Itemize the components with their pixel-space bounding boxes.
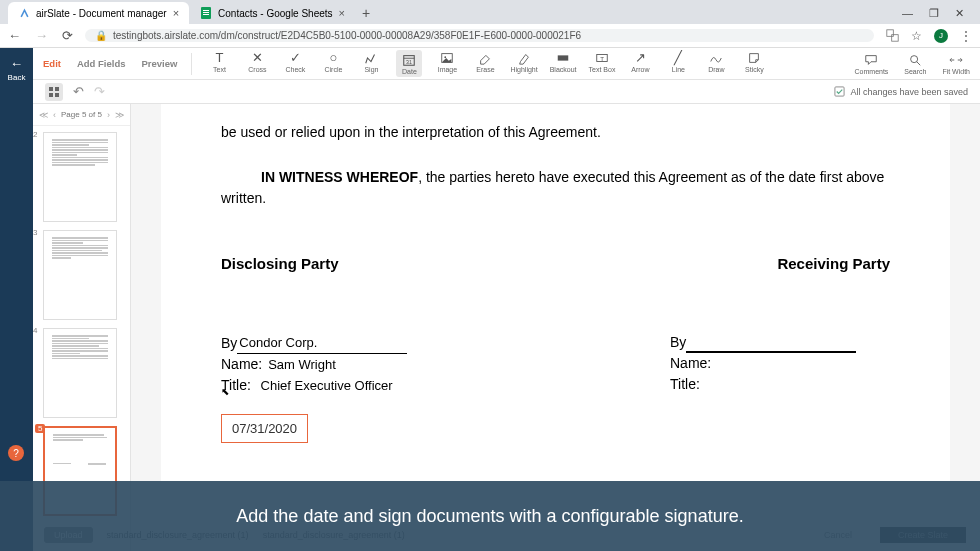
back-column[interactable]: ← Back <box>0 48 33 551</box>
sign-icon <box>364 50 379 65</box>
tool-textbox[interactable]: TText Box <box>589 50 616 77</box>
tool-text[interactable]: TText <box>206 50 232 77</box>
tool-line[interactable]: ╱Line <box>665 50 691 77</box>
tab-add-fields[interactable]: Add Fields <box>77 58 126 69</box>
disclosing-header: Disclosing Party <box>221 253 339 276</box>
page-label: Page 5 of 5 <box>61 110 102 119</box>
mode-tabs: Edit Add Fields Preview <box>43 58 177 69</box>
tab-bar: airSlate - Document manager × Contacts -… <box>0 0 980 24</box>
browser-tab-sheets[interactable]: Contacts - Google Sheets × <box>190 2 355 24</box>
thumbnails-toggle[interactable] <box>45 83 63 101</box>
text-icon: T <box>212 50 227 65</box>
svg-rect-5 <box>892 35 899 42</box>
tool-erase[interactable]: Erase <box>472 50 498 77</box>
disclosing-name-value[interactable]: Sam Wright <box>266 357 336 372</box>
menu-icon[interactable]: ⋮ <box>960 29 972 43</box>
thumbnail-page-2[interactable]: 2 <box>43 132 120 222</box>
cursor-icon: ⬉ <box>221 384 229 399</box>
page-nav: ≪ ‹ Page 5 of 5 › ≫ <box>33 104 130 126</box>
tool-fitwidth[interactable]: Fit Width <box>942 52 970 75</box>
close-window-button[interactable]: ✕ <box>955 7 964 20</box>
tool-date[interactable]: 31Date <box>396 50 422 77</box>
erase-icon <box>478 50 493 65</box>
profile-avatar[interactable]: J <box>934 29 948 43</box>
witness-bold: IN WITNESS WHEREOF <box>261 169 418 185</box>
svg-rect-1 <box>203 10 209 11</box>
tab-edit[interactable]: Edit <box>43 58 61 69</box>
editor-toolbar: Edit Add Fields Preview TText ✕Cross ✓Ch… <box>33 48 980 80</box>
tool-sticky[interactable]: Sticky <box>741 50 767 77</box>
by-label: By <box>221 335 237 351</box>
page-last-icon[interactable]: ≫ <box>115 110 124 120</box>
tool-draw[interactable]: Draw <box>703 50 729 77</box>
browser-tab-airslate[interactable]: airSlate - Document manager × <box>8 2 189 24</box>
date-field[interactable]: 07/31/2020 <box>221 414 308 444</box>
tool-image[interactable]: Image <box>434 50 460 77</box>
status-bar: ↶ ↷ All changes have been saved <box>33 80 980 104</box>
bookmark-icon[interactable]: ☆ <box>911 29 922 43</box>
back-arrow-icon: ← <box>10 56 23 71</box>
blackout-icon <box>556 50 571 65</box>
svg-rect-3 <box>203 14 209 15</box>
tab-title: airSlate - Document manager <box>36 8 167 19</box>
caption-text: Add the date and sign documents with a c… <box>236 506 743 527</box>
name-label: Name: <box>670 355 711 371</box>
receiving-signature-block: By Name: Title: <box>670 332 890 444</box>
tool-search[interactable]: Search <box>902 52 928 75</box>
tool-check[interactable]: ✓Check <box>282 50 308 77</box>
app-container: ← Back Edit Add Fields Preview TText ✕Cr… <box>0 48 980 551</box>
caption-overlay: Add the date and sign documents with a c… <box>0 481 980 551</box>
forward-nav-icon[interactable]: → <box>35 28 48 43</box>
search-icon <box>908 52 923 67</box>
tool-blackout[interactable]: Blackout <box>550 50 577 77</box>
url-field[interactable]: 🔒 testingbots.airslate.com/dm/construct/… <box>85 29 874 42</box>
undo-button[interactable]: ↶ <box>73 84 84 99</box>
circle-icon: ○ <box>326 50 341 65</box>
svg-rect-20 <box>835 87 844 96</box>
page-prev-icon[interactable]: ‹ <box>53 110 56 120</box>
svg-rect-19 <box>55 93 59 97</box>
tool-highlight[interactable]: Highlight <box>510 50 537 77</box>
back-label: Back <box>8 73 26 82</box>
tool-sign[interactable]: Sign <box>358 50 384 77</box>
close-icon[interactable]: × <box>173 7 179 19</box>
tool-comments[interactable]: Comments <box>855 52 889 75</box>
fitwidth-icon <box>949 52 964 67</box>
tool-arrow[interactable]: ↗Arrow <box>627 50 653 77</box>
textbox-icon: T <box>594 50 609 65</box>
tool-cross[interactable]: ✕Cross <box>244 50 270 77</box>
svg-rect-16 <box>49 87 53 91</box>
page-first-icon[interactable]: ≪ <box>39 110 48 120</box>
tool-circle[interactable]: ○Circle <box>320 50 346 77</box>
disclosing-by-value[interactable]: Condor Corp. <box>237 335 317 350</box>
new-tab-button[interactable]: + <box>356 3 376 23</box>
close-icon[interactable]: × <box>339 7 345 19</box>
image-icon <box>440 50 455 65</box>
tool-right-group: Comments Search Fit Width <box>855 52 970 75</box>
thumbnail-page-3[interactable]: 3 <box>43 230 120 320</box>
svg-point-10 <box>445 56 447 58</box>
signature-row: By Condor Corp. Name: Sam Wright Title: … <box>221 332 890 444</box>
reload-icon[interactable]: ⟳ <box>62 28 73 43</box>
line-icon: ╱ <box>671 50 686 65</box>
disclosing-title-value[interactable]: Chief Executive Officer <box>259 378 393 393</box>
browser-chrome: airSlate - Document manager × Contacts -… <box>0 0 980 48</box>
tab-preview[interactable]: Preview <box>142 58 178 69</box>
redo-button[interactable]: ↷ <box>94 84 105 99</box>
minimize-button[interactable]: — <box>902 7 913 20</box>
party-headers: Disclosing Party Receiving Party <box>221 253 890 276</box>
thumbnail-page-4[interactable]: 4 <box>43 328 120 418</box>
page-next-icon[interactable]: › <box>107 110 110 120</box>
svg-line-15 <box>917 61 921 65</box>
tab-title: Contacts - Google Sheets <box>218 8 333 19</box>
translate-icon[interactable] <box>886 29 899 42</box>
saved-text: All changes have been saved <box>850 87 968 97</box>
saved-check-icon <box>834 86 845 97</box>
back-nav-icon[interactable]: ← <box>8 28 21 43</box>
tab-favicon-sheets <box>200 7 212 19</box>
svg-text:31: 31 <box>407 58 413 64</box>
help-badge[interactable]: ? <box>8 445 24 461</box>
arrow-icon: ↗ <box>633 50 648 65</box>
maximize-button[interactable]: ❐ <box>929 7 939 20</box>
svg-rect-18 <box>49 93 53 97</box>
